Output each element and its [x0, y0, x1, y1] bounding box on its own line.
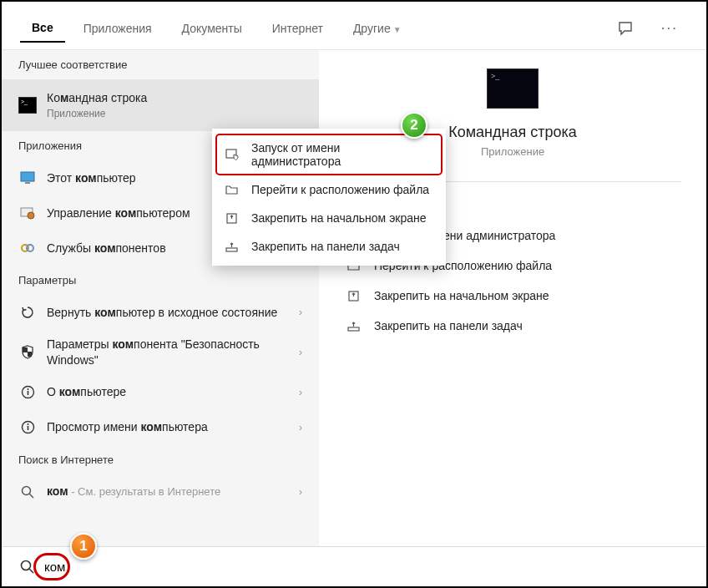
reset-icon	[18, 303, 37, 322]
mgmt-icon	[18, 204, 37, 222]
chevron-right-icon: ›	[299, 422, 302, 433]
best-match-item[interactable]: Командная строка Приложение	[2, 79, 319, 131]
setting-view-pc-name[interactable]: Просмотр имени компьютера ›	[2, 410, 319, 445]
folder-icon	[225, 185, 242, 195]
search-icon	[18, 483, 37, 501]
annotation-badge-1: 1	[70, 533, 97, 560]
item-label: О компьютере	[47, 384, 299, 400]
svg-rect-0	[21, 172, 34, 181]
chevron-down-icon: ▼	[393, 25, 402, 34]
setting-about-pc[interactable]: О компьютере ›	[2, 375, 319, 410]
results-panel: Лучшее соответствие Командная строка При…	[2, 50, 319, 546]
preview-panel: Командная строка Приложение Открыть Запу…	[319, 50, 706, 546]
item-label: ком - См. результаты в Интернете	[47, 484, 299, 499]
item-label: Просмотр имени компьютера	[47, 419, 299, 435]
setting-windows-security[interactable]: Параметры компонента "Безопасность Windo…	[2, 330, 319, 375]
info-icon	[18, 418, 37, 437]
svg-rect-1	[25, 182, 30, 184]
svg-rect-19	[348, 327, 359, 331]
svg-rect-7	[28, 352, 32, 357]
chevron-right-icon: ›	[299, 387, 302, 398]
tab-internet[interactable]: Интернет	[260, 15, 335, 42]
action-pin-to-taskbar[interactable]: Закрепить на панели задач	[344, 311, 681, 341]
svg-rect-6	[23, 347, 28, 352]
svg-point-20	[22, 561, 31, 570]
info-icon	[18, 383, 37, 402]
tab-bar: Все Приложения Документы Интернет Другие…	[2, 2, 706, 50]
annotation-badge-2: 2	[401, 112, 427, 139]
tab-more[interactable]: Другие▼	[341, 15, 413, 42]
chevron-right-icon: ›	[299, 486, 302, 498]
section-web: Поиск в Интернете	[2, 445, 319, 474]
web-search-item[interactable]: ком - См. результаты в Интернете ›	[2, 474, 319, 509]
action-label: Закрепить на начальном экране	[374, 289, 549, 302]
pin-start-icon	[344, 290, 362, 302]
svg-point-3	[28, 212, 34, 219]
shield-icon	[18, 343, 37, 362]
svg-rect-24	[226, 248, 237, 251]
setting-reset-pc[interactable]: Вернуть компьютер в исходное состояние ›	[2, 295, 319, 330]
svg-point-14	[23, 486, 31, 494]
context-label: Закрепить на панели задач	[251, 240, 400, 253]
services-icon	[18, 239, 37, 257]
pin-taskbar-icon	[344, 321, 362, 332]
context-pin-to-start[interactable]: Закрепить на начальном экране	[212, 204, 446, 232]
search-input[interactable]	[44, 560, 688, 574]
admin-icon	[225, 149, 242, 160]
feedback-icon[interactable]	[608, 21, 645, 36]
section-best-match: Лучшее соответствие	[2, 50, 319, 79]
chevron-right-icon: ›	[299, 347, 302, 358]
context-menu: Запуск от имени администратора Перейти к…	[212, 129, 446, 266]
context-pin-to-taskbar[interactable]: Закрепить на панели задач	[212, 232, 446, 261]
pin-taskbar-icon	[225, 241, 242, 252]
item-label: Параметры компонента "Безопасность Windo…	[47, 337, 299, 368]
pin-start-icon	[225, 212, 242, 225]
item-label: Вернуть компьютер в исходное состояние	[47, 305, 299, 321]
tab-apps[interactable]: Приложения	[72, 15, 164, 42]
svg-line-15	[30, 494, 34, 498]
best-match-subtitle: Приложение	[47, 107, 302, 120]
context-label: Запуск от имени администратора	[251, 141, 432, 168]
svg-point-12	[27, 423, 28, 425]
tab-documents[interactable]: Документы	[170, 15, 254, 42]
search-icon	[20, 560, 34, 574]
svg-rect-10	[27, 391, 28, 395]
context-run-as-admin[interactable]: Запуск от имени администратора	[215, 134, 442, 175]
search-bar	[2, 546, 706, 586]
svg-point-9	[27, 388, 28, 390]
context-open-file-location[interactable]: Перейти к расположению файла	[212, 175, 446, 204]
context-label: Перейти к расположению файла	[251, 183, 429, 196]
svg-rect-13	[27, 426, 28, 430]
more-icon[interactable]: ···	[651, 20, 688, 37]
action-pin-to-start[interactable]: Закрепить на начальном экране	[344, 281, 681, 311]
cmd-icon	[18, 96, 37, 114]
context-label: Закрепить на начальном экране	[251, 211, 427, 225]
action-label: Закрепить на панели задач	[374, 319, 523, 332]
preview-app-icon	[487, 68, 539, 109]
chevron-right-icon: ›	[299, 307, 302, 318]
tab-all[interactable]: Все	[20, 14, 65, 43]
best-match-title: Командная строка Приложение	[47, 90, 302, 120]
section-settings: Параметры	[2, 266, 319, 295]
pc-icon	[18, 169, 37, 187]
svg-line-21	[29, 569, 33, 573]
